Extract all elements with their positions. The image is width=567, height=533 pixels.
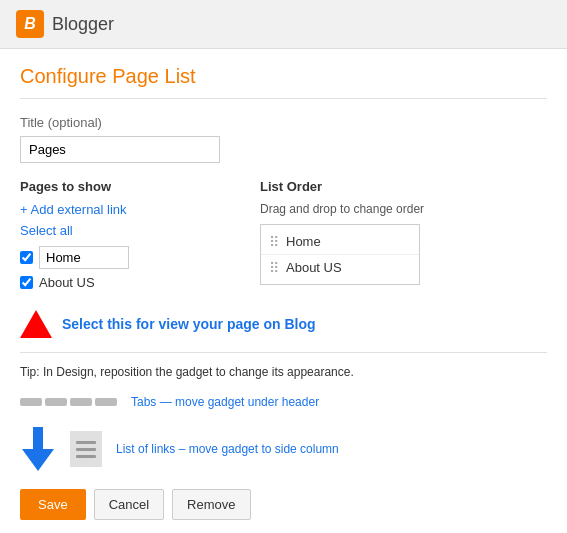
up-arrow-icon: [20, 310, 52, 338]
drag-handle-home[interactable]: ⠿: [269, 235, 280, 249]
cancel-button[interactable]: Cancel: [94, 489, 164, 520]
tabs-hint-label: Tabs — move gadget under header: [131, 395, 319, 409]
blogger-logo-icon: B: [16, 10, 44, 38]
page-item-about-us: About US: [20, 275, 220, 290]
down-arrow-shaft: [33, 427, 43, 449]
list-order-header: List Order: [260, 179, 440, 194]
page-item-home: [20, 246, 220, 269]
divider: [20, 352, 547, 353]
app-header: B Blogger: [0, 0, 567, 49]
add-external-link[interactable]: + Add external link: [20, 202, 220, 217]
list-line-3: [76, 455, 96, 458]
title-input[interactable]: [20, 136, 220, 163]
order-item-about-us[interactable]: ⠿ About US: [261, 255, 419, 280]
tab-bar-4: [95, 398, 117, 406]
list-hint-label: List of links – move gadget to side colu…: [116, 442, 339, 456]
pages-to-show-header: Pages to show: [20, 179, 220, 194]
list-order-col: List Order Drag and drop to change order…: [260, 179, 440, 296]
list-line-2: [76, 448, 96, 451]
tab-bar-2: [45, 398, 67, 406]
two-column-layout: Pages to show + Add external link Select…: [20, 179, 547, 296]
tabs-icon: [20, 398, 117, 406]
page-title: Configure Page List: [20, 65, 547, 99]
pages-to-show-col: Pages to show + Add external link Select…: [20, 179, 220, 296]
page-label-about-us: About US: [39, 275, 95, 290]
page-checkbox-home[interactable]: [20, 251, 33, 264]
drag-handle-about-us[interactable]: ⠿: [269, 261, 280, 275]
title-field-label: Title (optional): [20, 115, 547, 130]
main-content: Configure Page List Title (optional) Pag…: [0, 49, 567, 533]
order-list: ⠿ Home ⠿ About US: [260, 224, 420, 285]
remove-button[interactable]: Remove: [172, 489, 250, 520]
footer-buttons: Save Cancel Remove: [20, 489, 547, 520]
app-name: Blogger: [52, 14, 114, 35]
down-arrow-icon: [20, 427, 56, 471]
drag-hint: Drag and drop to change order: [260, 202, 440, 216]
list-line-1: [76, 441, 96, 444]
order-item-home-label: Home: [286, 234, 321, 249]
order-item-about-us-label: About US: [286, 260, 342, 275]
tip-text: Tip: In Design, reposition the gadget to…: [20, 365, 547, 379]
alert-text: Select this for view your page on Blog: [62, 316, 316, 332]
tab-bar-1: [20, 398, 42, 406]
page-checkbox-about-us[interactable]: [20, 276, 33, 289]
down-arrow-head: [22, 449, 54, 471]
list-hint-row: List of links – move gadget to side colu…: [20, 427, 547, 471]
tabs-hint-row: Tabs — move gadget under header: [20, 395, 547, 409]
order-item-home[interactable]: ⠿ Home: [261, 229, 419, 255]
tab-bar-3: [70, 398, 92, 406]
select-all-link[interactable]: Select all: [20, 223, 220, 238]
alert-row: Select this for view your page on Blog: [20, 310, 547, 338]
save-button[interactable]: Save: [20, 489, 86, 520]
list-icon: [70, 431, 102, 467]
page-input-home[interactable]: [39, 246, 129, 269]
